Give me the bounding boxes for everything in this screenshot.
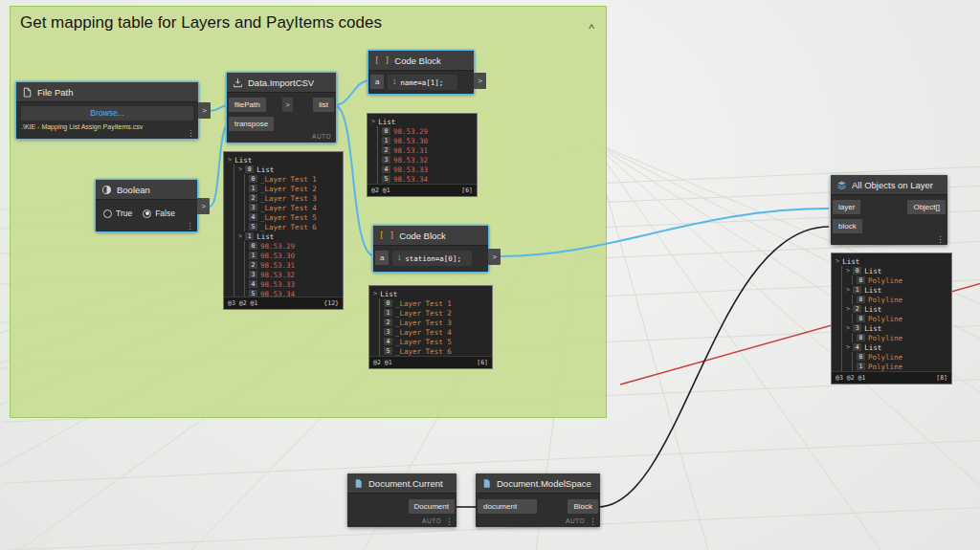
index-badge: 1	[853, 286, 861, 294]
item-count: [8]	[936, 374, 947, 382]
boolean-output-port[interactable]: >	[197, 198, 210, 214]
input-port-block[interactable]: block	[833, 219, 862, 233]
item-value: Polyline	[868, 296, 902, 304]
node-menu-dots[interactable]: ⋮	[187, 129, 195, 138]
default-value-arrow[interactable]: >	[282, 98, 293, 112]
list-item: 0Polyline	[857, 352, 947, 362]
node-header[interactable]: [ ] Code Block	[368, 51, 474, 71]
item-value: _Layer Test 1	[260, 175, 317, 184]
expand-caret[interactable]: >	[238, 165, 242, 173]
code-block-icon: [ ]	[374, 55, 390, 65]
radio-false[interactable]	[143, 209, 151, 218]
expand-caret[interactable]: >	[846, 286, 850, 294]
expand-caret[interactable]: >	[846, 305, 850, 313]
wire-list-to-codeblock-name[interactable]	[334, 80, 370, 105]
wire-codeblock-to-layer[interactable]	[501, 209, 829, 256]
lacing-label[interactable]: AUTO	[422, 517, 441, 524]
index-badge: 0	[245, 165, 254, 173]
preview-all-objects[interactable]: >List >0List 0Polyline >1List 0Polyline …	[831, 253, 952, 385]
expand-caret[interactable]: >	[835, 257, 839, 265]
node-header[interactable]: All Objects on Layer	[831, 175, 947, 195]
preview-root-row: >List	[371, 117, 473, 126]
input-port-a[interactable]: a	[370, 75, 384, 89]
node-header[interactable]: Boolean	[96, 180, 197, 200]
node-boolean[interactable]: Boolean True False > ⋮	[96, 180, 197, 231]
expand-caret[interactable]: >	[228, 156, 232, 164]
input-port-document[interactable]: document	[478, 499, 537, 514]
expand-caret[interactable]: >	[371, 118, 375, 125]
node-menu-dots[interactable]: ⋮	[445, 517, 454, 526]
index-badge: 0	[857, 315, 865, 322]
input-port-filepath[interactable]: filePath	[229, 98, 266, 112]
node-data-importcsv[interactable]: Data.ImportCSV filePath > list transpose…	[227, 73, 336, 143]
node-menu-dots[interactable]: ⋮	[186, 222, 194, 231]
node-header[interactable]: Document.ModelSpace	[476, 473, 600, 494]
output-port-list[interactable]: list	[313, 98, 334, 112]
output-port-document[interactable]: Document	[409, 499, 455, 514]
import-icon	[233, 77, 243, 88]
port-arrow: >	[478, 77, 482, 85]
file-path-output-port[interactable]: >	[198, 102, 211, 119]
file-path-value: .\KIE - Mapping List Assign PayItems.csv	[21, 123, 193, 130]
preview-code-block-station[interactable]: >List 0_Layer Test 1 1_Layer Test 2 2_La…	[368, 285, 493, 369]
browse-button[interactable]: Browse...	[21, 106, 193, 121]
list-item: 2_Layer Test 3	[384, 318, 488, 327]
code-editor[interactable]: 1 name=a[1];	[388, 75, 457, 90]
lacing-levels[interactable]: @3 @2 @1	[835, 374, 865, 382]
code-line-number: 1	[397, 254, 401, 262]
list-item: 1_Layer Test 2	[384, 308, 488, 318]
index-badge: 5	[249, 223, 257, 231]
node-header[interactable]: [ ] Code Block	[373, 226, 488, 246]
radio-false-label[interactable]: False	[155, 209, 175, 218]
node-header[interactable]: Data.ImportCSV	[227, 73, 336, 93]
input-port-a[interactable]: a	[375, 251, 389, 265]
node-header[interactable]: Document.Current	[347, 473, 457, 494]
node-code-block-station[interactable]: [ ] Code Block a 1 station=a[0]; >	[373, 226, 488, 272]
index-badge: 3	[249, 271, 257, 278]
lacing-levels[interactable]: @3 @2 @1	[228, 299, 257, 307]
dynamo-workspace-canvas[interactable]: Get mapping table for Layers and PayItem…	[0, 0, 980, 550]
code-editor[interactable]: 1 station=a[0];	[392, 251, 472, 266]
code-block-output-port[interactable]: >	[474, 73, 486, 89]
output-port-block[interactable]: Block	[568, 499, 598, 514]
node-header[interactable]: File Path	[16, 82, 198, 102]
lacing-levels[interactable]: @2 @1	[371, 187, 390, 194]
node-menu-dots[interactable]: ⋮	[936, 235, 945, 244]
list-label: List	[864, 305, 881, 314]
file-icon	[22, 87, 33, 98]
input-port-transpose[interactable]: transpose	[229, 117, 274, 131]
lacing-label[interactable]: AUTO	[566, 517, 585, 524]
preview-importcsv-output[interactable]: >List >0List 0_Layer Test 1 1_Layer Test…	[223, 151, 344, 310]
expand-caret[interactable]: >	[846, 343, 850, 351]
code-block-output-port[interactable]: >	[488, 249, 501, 265]
expand-caret[interactable]: >	[846, 267, 850, 275]
index-badge: 0	[384, 299, 392, 307]
expand-caret[interactable]: >	[846, 324, 850, 332]
output-port-object[interactable]: Object[]	[907, 200, 946, 214]
node-menu-dots[interactable]: ⋮	[589, 517, 597, 526]
list-label: List	[864, 343, 881, 352]
node-file-path[interactable]: File Path Browse... .\KIE - Mapping List…	[16, 82, 198, 139]
item-value: Polyline	[868, 334, 902, 342]
expand-caret[interactable]: >	[373, 290, 377, 297]
radio-true[interactable]	[103, 209, 112, 218]
index-badge: 0	[249, 242, 257, 250]
node-code-block-name[interactable]: [ ] Code Block a 1 name=a[1]; >	[368, 51, 474, 94]
port-label: Document	[414, 502, 449, 511]
list-item: 0_Layer Test 1	[384, 298, 488, 308]
preview-footer: @3 @2 @1{12}	[224, 297, 343, 309]
item-value: _Layer Test 5	[260, 213, 317, 222]
lacing-label[interactable]: AUTO	[312, 133, 331, 140]
input-port-layer[interactable]: layer	[833, 200, 860, 214]
preview-footer: @3 @2 @1[8]	[832, 371, 951, 384]
expand-caret[interactable]: >	[238, 232, 242, 240]
wire-block-to-allobjects[interactable]	[598, 227, 829, 507]
node-document-current[interactable]: Document.Current Document AUTO ⋮	[347, 473, 457, 527]
lacing-levels[interactable]: @2 @1	[373, 359, 392, 366]
preview-code-block-name[interactable]: >List 098.53.29 198.53.30 298.53.31 398.…	[367, 113, 478, 197]
index-badge: 4	[853, 343, 861, 351]
node-all-objects-on-layer[interactable]: All Objects on Layer layer block Object[…	[831, 175, 947, 245]
list-item: 0Polyline	[857, 295, 947, 304]
radio-true-label[interactable]: True	[116, 209, 132, 218]
node-document-modelspace[interactable]: Document.ModelSpace document Block AUTO …	[476, 473, 600, 527]
